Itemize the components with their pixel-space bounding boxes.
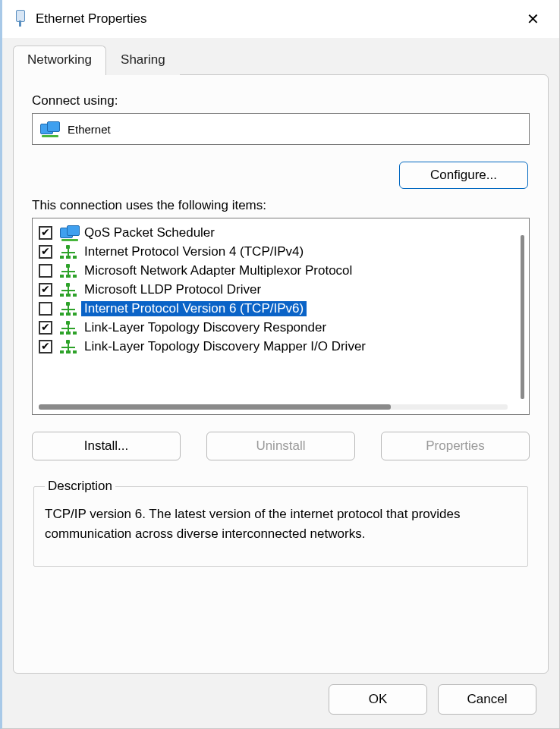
- item-buttons-row: Install... Uninstall Properties: [32, 432, 530, 460]
- item-checkbox[interactable]: [39, 226, 52, 240]
- item-label: Link-Layer Topology Discovery Responder: [81, 320, 329, 335]
- description-legend: Description: [45, 479, 115, 494]
- ethernet-properties-window: Ethernet Properties ✕ Networking Sharing…: [0, 0, 560, 729]
- ethernet-icon: [13, 10, 28, 28]
- configure-row: Configure...: [32, 162, 528, 189]
- monitors-icon: [60, 225, 77, 241]
- configure-button[interactable]: Configure...: [399, 162, 528, 189]
- network-protocol-icon: [60, 281, 77, 298]
- network-protocol-icon: [60, 244, 77, 260]
- network-protocol-icon: [60, 262, 77, 279]
- adapter-box[interactable]: Ethernet: [32, 113, 530, 145]
- adapter-name: Ethernet: [68, 123, 111, 136]
- item-checkbox[interactable]: [39, 245, 52, 259]
- tab-panel-networking: Connect using: Ethernet Configure... Thi…: [13, 74, 549, 674]
- tabstrip: Networking Sharing: [13, 46, 549, 74]
- window-title: Ethernet Properties: [36, 11, 518, 27]
- item-label: Internet Protocol Version 6 (TCP/IPv6): [81, 301, 307, 316]
- titlebar: Ethernet Properties ✕: [2, 0, 559, 38]
- adapter-icon: [40, 121, 60, 137]
- list-item[interactable]: QoS Packet Scheduler: [33, 223, 529, 242]
- client-area: Networking Sharing Connect using: Ethern…: [2, 38, 559, 728]
- item-label: Microsoft Network Adapter Multiplexor Pr…: [81, 263, 355, 278]
- items-heading: This connection uses the following items…: [32, 198, 530, 213]
- item-checkbox[interactable]: [39, 264, 52, 278]
- item-label: QoS Packet Scheduler: [81, 225, 218, 240]
- items-listbox[interactable]: QoS Packet SchedulerInternet Protocol Ve…: [32, 218, 530, 415]
- list-item[interactable]: Internet Protocol Version 6 (TCP/IPv6): [33, 299, 529, 318]
- cancel-button[interactable]: Cancel: [438, 684, 536, 715]
- tab-sharing[interactable]: Sharing: [106, 46, 180, 75]
- install-button[interactable]: Install...: [32, 432, 181, 460]
- network-protocol-icon: [60, 319, 77, 336]
- network-protocol-icon: [60, 338, 77, 355]
- item-label: Internet Protocol Version 4 (TCP/IPv4): [81, 244, 307, 259]
- list-item[interactable]: Link-Layer Topology Discovery Responder: [33, 318, 529, 337]
- item-label: Microsoft LLDP Protocol Driver: [81, 282, 264, 297]
- item-checkbox[interactable]: [39, 302, 52, 316]
- dialog-footer: OK Cancel: [13, 674, 549, 728]
- uninstall-button[interactable]: Uninstall: [206, 432, 355, 460]
- list-item[interactable]: Microsoft Network Adapter Multiplexor Pr…: [33, 261, 529, 280]
- list-item[interactable]: Microsoft LLDP Protocol Driver: [33, 280, 529, 299]
- item-checkbox[interactable]: [39, 321, 52, 335]
- ok-button[interactable]: OK: [329, 684, 427, 715]
- tab-networking[interactable]: Networking: [13, 46, 106, 75]
- list-item[interactable]: Internet Protocol Version 4 (TCP/IPv4): [33, 242, 529, 261]
- close-icon[interactable]: ✕: [518, 5, 549, 33]
- description-text: TCP/IP version 6. The latest version of …: [45, 504, 517, 543]
- item-checkbox[interactable]: [39, 340, 52, 354]
- item-label: Link-Layer Topology Discovery Mapper I/O…: [81, 339, 369, 354]
- item-checkbox[interactable]: [39, 283, 52, 297]
- horizontal-scrollbar[interactable]: [39, 404, 508, 410]
- vertical-scrollbar[interactable]: [521, 235, 524, 399]
- properties-button[interactable]: Properties: [381, 432, 530, 460]
- description-group: Description TCP/IP version 6. The latest…: [33, 479, 528, 567]
- connect-using-label: Connect using:: [32, 93, 530, 108]
- list-item[interactable]: Link-Layer Topology Discovery Mapper I/O…: [33, 337, 529, 356]
- network-protocol-icon: [60, 300, 77, 317]
